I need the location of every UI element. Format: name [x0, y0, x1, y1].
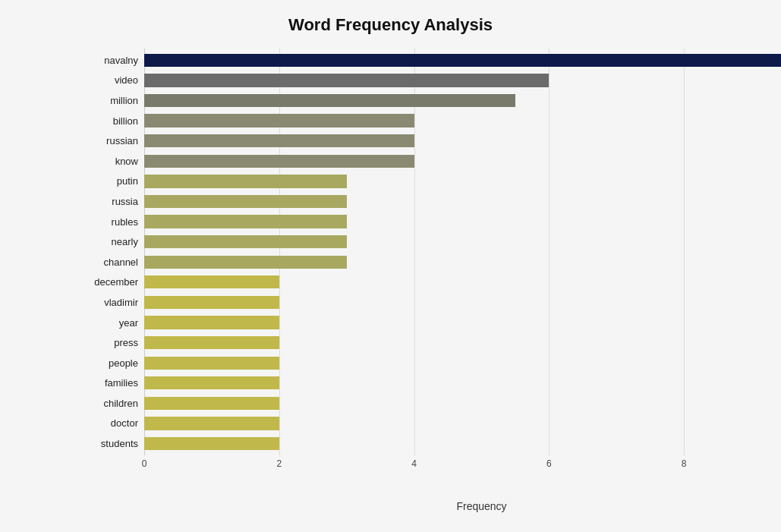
bar: [144, 175, 347, 187]
bar-row: december: [144, 272, 781, 293]
bar-row: people: [144, 353, 781, 373]
bar-label: billion: [70, 115, 138, 127]
bar-label: putin: [70, 175, 138, 187]
bar-row: year: [144, 313, 781, 333]
x-tick-label: 6: [546, 458, 552, 469]
bar-row: nearly: [144, 231, 781, 252]
bar: [144, 134, 414, 147]
bar-row: families: [144, 373, 781, 394]
bar-row: doctor: [144, 414, 781, 434]
bar-row: know: [144, 151, 781, 172]
bar-label: video: [70, 74, 138, 86]
bar-label: rubles: [70, 216, 138, 228]
bar-row: press: [144, 332, 781, 353]
bar-row: russian: [144, 131, 781, 151]
bar-label: navalny: [70, 55, 138, 66]
bar: [144, 215, 347, 228]
bar: [144, 114, 414, 127]
x-tick-label: 2: [276, 458, 282, 469]
bar-row: billion: [144, 111, 781, 131]
bar-label: channel: [70, 257, 138, 268]
x-tick-label: 0: [142, 458, 147, 469]
bar-label: russian: [70, 135, 138, 146]
bar-row: rubles: [144, 212, 781, 232]
bar: [144, 437, 279, 450]
x-axis-label: Frequency: [456, 500, 506, 512]
bar-row: vladimir: [144, 292, 781, 313]
bar: [144, 235, 347, 248]
bar-label: families: [70, 377, 138, 389]
bar: [144, 74, 549, 87]
bar: [144, 397, 279, 410]
bar: [144, 357, 279, 370]
bar: [144, 54, 781, 67]
bar-label: children: [70, 398, 138, 409]
bar-row: million: [144, 90, 781, 111]
chart-container: Word Frequency Analysis navalnyvideomill…: [0, 0, 781, 532]
bar-row: children: [144, 393, 781, 414]
bar: [144, 417, 279, 430]
bar-label: nearly: [70, 236, 138, 247]
bar: [144, 195, 347, 208]
bar-label: year: [70, 317, 138, 329]
chart-title: Word Frequency Analysis: [30, 15, 751, 35]
bar-row: channel: [144, 252, 781, 272]
bar-row: navalny: [144, 50, 781, 71]
bar-row: putin: [144, 172, 781, 192]
bar: [144, 155, 414, 168]
bar: [144, 275, 279, 288]
x-tick-label: 8: [682, 458, 687, 469]
bar-label: vladimir: [70, 297, 138, 308]
bar-label: december: [70, 276, 138, 288]
bar: [144, 296, 279, 309]
bar-row: students: [144, 433, 781, 454]
x-axis: 0246810: [144, 455, 781, 477]
bar: [144, 316, 279, 329]
bar-label: doctor: [70, 417, 138, 429]
bar-label: know: [70, 156, 138, 167]
bar: [144, 376, 279, 389]
bars-area: navalnyvideomillionbillionrussianknowput…: [144, 49, 781, 455]
bar-label: russia: [70, 196, 138, 207]
x-tick-label: 4: [411, 458, 417, 469]
bar: [144, 94, 515, 107]
bar-label: students: [70, 438, 138, 449]
bar-row: russia: [144, 191, 781, 212]
bar-label: million: [70, 95, 138, 106]
bar: [144, 256, 347, 269]
bar: [144, 336, 279, 349]
bar-label: press: [70, 337, 138, 348]
bar-label: people: [70, 357, 138, 369]
bar-row: video: [144, 71, 781, 91]
